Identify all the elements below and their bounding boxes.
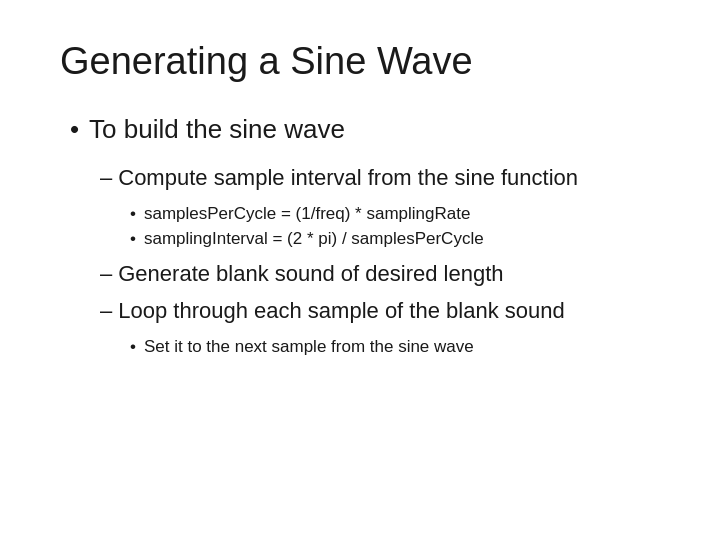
dash-2: – <box>100 259 112 290</box>
sub-sub-items-3: • Set it to the next sample from the sin… <box>100 335 660 359</box>
bullet-dot-1: • <box>70 113 79 147</box>
slide-title: Generating a Sine Wave <box>60 40 660 83</box>
sub-sub-items-1: • samplesPer​Cycle = (1/freq) * sampling… <box>100 202 660 252</box>
slide: Generating a Sine Wave • To build the si… <box>0 0 720 540</box>
sub-items-container: – Compute sample interval from the sine … <box>70 163 660 363</box>
bullet-level1: • To build the sine wave <box>70 113 660 147</box>
bullet-level3-1: • samplesPer​Cycle = (1/freq) * sampling… <box>130 202 660 226</box>
dash-text-3: Loop through each sample of the blank so… <box>118 296 564 327</box>
dash-text-1: Compute sample interval from the sine fu… <box>118 163 578 194</box>
dash-1: – <box>100 163 112 194</box>
content-area: • To build the sine wave – Compute sampl… <box>60 113 660 363</box>
dash-item-2: – Generate blank sound of desired length <box>100 259 660 290</box>
bullet-level3-3: • Set it to the next sample from the sin… <box>130 335 660 359</box>
bullet-text-1: To build the sine wave <box>89 113 345 147</box>
bullet-level3-2: • samplingInterval = (2 * pi) / samplesP… <box>130 227 660 251</box>
dash-text-2: Generate blank sound of desired length <box>118 259 503 290</box>
dash-item-1: – Compute sample interval from the sine … <box>100 163 660 194</box>
bullet-dot3-1: • <box>130 202 136 226</box>
bullet-text3-2: samplingInterval = (2 * pi) / samplesPer… <box>144 227 484 251</box>
dash-3: – <box>100 296 112 327</box>
bullet-text3-1: samplesPer​Cycle = (1/freq) * samplingRa… <box>144 202 470 226</box>
dash-item-3: – Loop through each sample of the blank … <box>100 296 660 327</box>
bullet-dot3-2: • <box>130 227 136 251</box>
bullet-dot3-3: • <box>130 335 136 359</box>
bullet-text3-3: Set it to the next sample from the sine … <box>144 335 474 359</box>
